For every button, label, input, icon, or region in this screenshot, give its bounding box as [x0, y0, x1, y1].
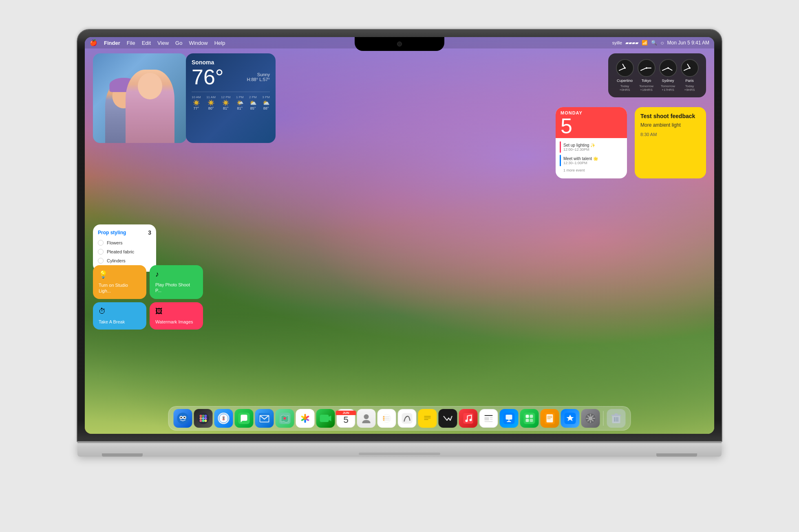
- dock-finder[interactable]: [174, 409, 192, 428]
- dock-freeform[interactable]: [398, 409, 417, 428]
- svg-rect-68: [530, 419, 533, 422]
- person-adult: [126, 70, 174, 143]
- clock-day-label: Tomorrow+16HRS: [639, 84, 653, 92]
- svg-rect-46: [423, 413, 433, 424]
- event-details: Meet with talent 🌟 12:30–1:00PM: [563, 156, 598, 165]
- shortcut-label: Watermark Images: [155, 319, 197, 325]
- svg-point-12: [200, 420, 202, 422]
- dock-reminders[interactable]: [377, 409, 396, 428]
- macbook: 🍎 Finder File Edit View Go Window Help s…: [77, 30, 722, 502]
- svg-point-3: [181, 417, 182, 418]
- menu-view[interactable]: View: [157, 40, 169, 46]
- calendar-widget: MONDAY 5 Set up lighting ✨ 12:00–12:30PM: [556, 107, 627, 178]
- camera: [397, 42, 402, 46]
- reminder-2: Pleated fabric: [98, 249, 151, 255]
- macbook-base: [77, 441, 722, 457]
- svg-rect-59: [485, 421, 493, 422]
- clock-paris: Paris Today+9HRS: [681, 59, 699, 92]
- forecast-3pm: 3 PM ⛅ 88°: [262, 95, 270, 110]
- dock-maps[interactable]: [276, 409, 294, 428]
- dock-notes[interactable]: [418, 409, 437, 428]
- clocks-widget: Cupertino Today+0HRS Tokyo Tomorrow+16HR…: [608, 53, 706, 97]
- reminder-circle: [98, 240, 104, 246]
- dock-launchpad[interactable]: [194, 409, 213, 428]
- svg-rect-61: [506, 415, 512, 420]
- svg-point-4: [184, 417, 185, 418]
- menu-go[interactable]: Go: [175, 40, 182, 46]
- reminder-circle: [98, 258, 104, 264]
- svg-rect-87: [615, 413, 618, 415]
- shortcut-take-break[interactable]: ⏱ Take A Break: [93, 302, 146, 330]
- forecast-12pm: 12 PM ☀️ 81°: [221, 95, 230, 110]
- reminders-header: Prop styling 3: [98, 229, 151, 236]
- analog-clock-sydney: [659, 59, 677, 77]
- shortcuts-widget: 💡 Turn on Studio Ligh... ♪ Play Photo Sh…: [93, 265, 203, 330]
- search-icon[interactable]: 🔍: [651, 40, 657, 46]
- siri-icon[interactable]: ○: [660, 40, 664, 46]
- analog-clock-cupertino: [616, 59, 634, 77]
- shortcut-icon: ♪: [155, 270, 197, 279]
- shortcut-studio-light[interactable]: 💡 Turn on Studio Ligh...: [93, 265, 146, 299]
- reminder-1: Flowers: [98, 240, 151, 246]
- weather-hilow: H:88° L:57°: [247, 77, 270, 82]
- svg-rect-34: [320, 415, 329, 422]
- dock-pages[interactable]: [541, 409, 559, 428]
- notes-time: 8:30 AM: [640, 132, 700, 137]
- shortcut-play-music[interactable]: ♪ Play Photo Shoot P...: [150, 265, 203, 299]
- dock-appstore[interactable]: [561, 409, 580, 428]
- dock-appletv[interactable]: [439, 409, 457, 428]
- svg-marker-35: [329, 415, 331, 421]
- svg-line-81: [588, 416, 589, 417]
- dock-keynote[interactable]: [500, 409, 519, 428]
- dock-numbers[interactable]: [520, 409, 539, 428]
- svg-rect-57: [490, 417, 493, 418]
- shortcut-icon: 💡: [99, 270, 141, 279]
- macbook-lid: 🍎 Finder File Edit View Go Window Help s…: [77, 30, 722, 441]
- macbook-feet: [102, 453, 697, 457]
- menu-edit[interactable]: Edit: [142, 40, 151, 46]
- dock-calendar[interactable]: JUN 5: [337, 409, 355, 428]
- analog-clock-tokyo: [638, 59, 656, 77]
- calendar-more: 1 more event: [560, 168, 623, 172]
- screen-bezel: 🍎 Finder File Edit View Go Window Help s…: [85, 37, 714, 434]
- dock-mail[interactable]: [255, 409, 274, 428]
- reminder-text: Flowers: [107, 240, 123, 245]
- reminders-widget: Prop styling 3 Flowers Pleated fabric Cy…: [93, 224, 156, 272]
- svg-rect-66: [530, 415, 533, 418]
- app-name[interactable]: Finder: [104, 40, 120, 46]
- dock-contacts[interactable]: [357, 409, 376, 428]
- apple-menu[interactable]: 🍎: [90, 39, 97, 46]
- dock-facetime[interactable]: [316, 409, 335, 428]
- dock-messages[interactable]: [235, 409, 254, 428]
- svg-rect-50: [442, 414, 454, 422]
- calendar-date: 5: [561, 115, 622, 136]
- shortcut-label: Play Photo Shoot P...: [155, 282, 197, 294]
- wifi-icon[interactable]: 📶: [642, 40, 648, 46]
- dock-music[interactable]: [459, 409, 478, 428]
- clock-tokyo: Tokyo Tomorrow+16HRS: [638, 59, 656, 92]
- weather-condition: Sunny: [247, 72, 270, 77]
- svg-point-52: [466, 420, 468, 422]
- event-dot: [560, 141, 561, 153]
- dock-safari[interactable]: [214, 409, 233, 428]
- svg-point-9: [200, 417, 202, 420]
- reminder-text: Pleated fabric: [107, 249, 134, 254]
- forecast-10am: 10 AM ☀️ 77°: [192, 95, 201, 110]
- center-dot: [646, 67, 647, 69]
- menu-help[interactable]: Help: [214, 40, 225, 46]
- weather-widget: Sonoma 76° Sunny H:88° L:57° 10 AM: [186, 53, 276, 143]
- shortcut-icon: 🖼: [155, 307, 197, 316]
- svg-rect-55: [485, 415, 493, 416]
- notes-content: More ambient light: [640, 122, 700, 129]
- menu-file[interactable]: File: [127, 40, 135, 46]
- event-title: Set up lighting ✨: [563, 143, 595, 147]
- dock-news[interactable]: [479, 409, 498, 428]
- dock-photos[interactable]: [296, 409, 315, 428]
- dock-systemprefs[interactable]: [581, 409, 600, 428]
- menu-window[interactable]: Window: [189, 40, 207, 46]
- shortcut-label: Take A Break: [99, 319, 141, 325]
- shortcut-watermark[interactable]: 🖼 Watermark Images: [150, 302, 203, 330]
- svg-line-82: [592, 420, 593, 421]
- macbook-foot-right: [656, 453, 697, 457]
- dock-trash[interactable]: [607, 409, 626, 428]
